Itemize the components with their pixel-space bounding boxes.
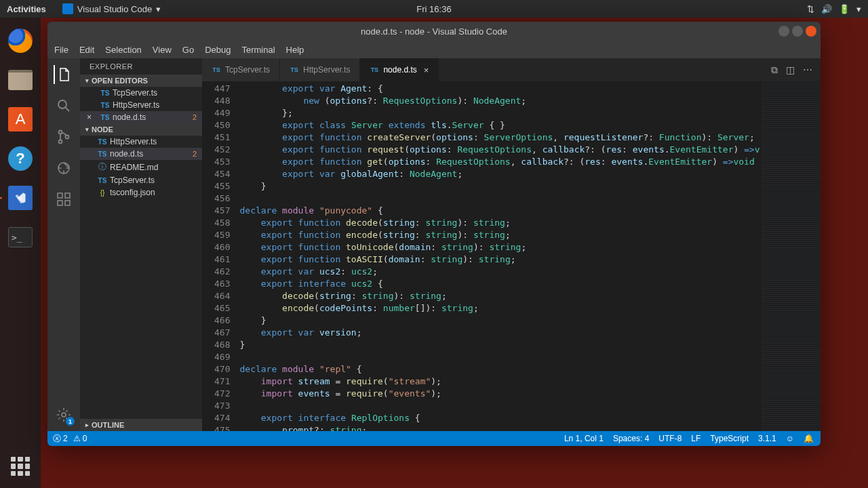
file-name-label: README.md xyxy=(110,163,158,172)
file-ts-icon xyxy=(100,114,110,121)
compare-icon[interactable]: ⧉ xyxy=(771,64,778,76)
editor-tab-actions: ⧉ ◫ ⋯ xyxy=(771,58,821,81)
software-icon: A xyxy=(8,107,33,131)
close-button[interactable] xyxy=(806,26,816,37)
tab-label: HttpServer.ts xyxy=(303,65,350,75)
dock-help[interactable]: ? xyxy=(5,144,35,174)
editor-tab[interactable]: node.d.ts× xyxy=(360,58,439,81)
open-editors-header[interactable]: ▾OPEN EDITORS xyxy=(80,75,202,87)
menu-file[interactable]: File xyxy=(54,45,68,55)
status-left: ⓧ2 ⚠0 xyxy=(47,433,87,445)
battery-icon[interactable]: 🔋 xyxy=(839,4,850,14)
dock-files[interactable] xyxy=(5,65,35,95)
menu-go[interactable]: Go xyxy=(182,45,194,55)
workspace-header[interactable]: ▾NODE xyxy=(80,123,202,136)
warning-icon: ⚠ xyxy=(73,434,81,443)
outline-header[interactable]: ▸OUTLINE xyxy=(80,419,202,431)
status-eol[interactable]: LF xyxy=(691,434,701,443)
window-titlebar[interactable]: node.d.ts - node - Visual Studio Code xyxy=(47,22,821,41)
status-errors[interactable]: ⓧ2 xyxy=(53,433,68,445)
main-area: 1 EXPLORER ▾OPEN EDITORS TcpServer.tsHtt… xyxy=(47,58,821,431)
workspace-file-item[interactable]: HttpServer.ts xyxy=(80,136,202,148)
split-editor-icon[interactable]: ◫ xyxy=(786,64,795,75)
system-tray[interactable]: ⇅ 🔊 🔋 ▾ xyxy=(807,4,861,14)
menu-view[interactable]: View xyxy=(153,45,172,55)
workspace-file-item[interactable]: README.md xyxy=(80,160,202,174)
status-cursor[interactable]: Ln 1, Col 1 xyxy=(564,434,604,443)
clock-label[interactable]: Fri 16:36 xyxy=(416,4,451,14)
open-editor-item[interactable]: ×node.d.ts2 xyxy=(80,111,202,123)
workspace-file-item[interactable]: TcpServer.ts xyxy=(80,174,202,186)
svg-point-2 xyxy=(59,140,62,144)
dock-terminal[interactable]: >_ xyxy=(5,222,35,252)
editor-tab[interactable]: TcpServer.ts xyxy=(202,58,280,81)
file-name-label: HttpServer.ts xyxy=(110,137,157,146)
file-json-icon xyxy=(98,189,107,197)
minimize-button[interactable] xyxy=(778,26,789,37)
tab-label: TcpServer.ts xyxy=(225,65,270,75)
close-icon[interactable]: × xyxy=(87,113,92,122)
help-icon: ? xyxy=(8,146,33,171)
maximize-button[interactable] xyxy=(792,26,803,37)
more-icon[interactable]: ⋯ xyxy=(803,64,812,75)
dock-vscode[interactable] xyxy=(5,183,35,213)
editor-group: TcpServer.tsHttpServer.tsnode.d.ts× ⧉ ◫ … xyxy=(202,58,821,431)
activity-debug[interactable] xyxy=(54,159,73,178)
window-controls xyxy=(778,26,816,37)
status-ts-version[interactable]: 3.1.1 xyxy=(758,434,776,443)
status-warnings[interactable]: ⚠0 xyxy=(73,434,87,443)
tab-close-icon[interactable]: × xyxy=(424,65,429,75)
outline-label: OUTLINE xyxy=(92,421,124,429)
menu-debug[interactable]: Debug xyxy=(205,45,231,55)
vscode-window: node.d.ts - node - Visual Studio Code Fi… xyxy=(47,22,821,446)
open-editors-label: OPEN EDITORS xyxy=(92,77,148,85)
problem-badge: 2 xyxy=(193,150,197,158)
file-name-label: tsconfig.json xyxy=(110,188,155,197)
activity-scm[interactable] xyxy=(54,127,73,146)
status-language[interactable]: TypeScript xyxy=(710,434,749,443)
file-ts-icon xyxy=(98,138,107,146)
window-title: node.d.ts - node - Visual Studio Code xyxy=(361,26,507,37)
chevron-down-icon[interactable]: ▾ xyxy=(856,4,861,14)
open-editor-item[interactable]: HttpServer.ts xyxy=(80,99,202,111)
minimap[interactable] xyxy=(762,81,821,431)
activity-extensions[interactable] xyxy=(54,190,73,209)
status-feedback-icon[interactable]: ☺ xyxy=(786,434,794,443)
status-encoding[interactable]: UTF-8 xyxy=(658,434,682,443)
menubar: FileEditSelectionViewGoDebugTerminalHelp xyxy=(47,41,821,58)
chevron-down-icon: ▾ xyxy=(85,126,89,133)
open-editors-list: TcpServer.tsHttpServer.ts×node.d.ts2 xyxy=(80,87,202,123)
editor-tab[interactable]: HttpServer.ts xyxy=(280,58,360,81)
workspace-file-list: HttpServer.tsnode.d.ts2README.mdTcpServe… xyxy=(80,136,202,199)
svg-rect-8 xyxy=(65,193,70,198)
vscode-icon xyxy=(8,186,33,210)
file-ts-icon xyxy=(98,150,107,158)
workspace-label: NODE xyxy=(92,125,113,134)
network-icon[interactable]: ⇅ xyxy=(807,4,814,14)
status-bell-icon[interactable]: 🔔 xyxy=(804,434,814,443)
dock-firefox[interactable] xyxy=(5,26,35,56)
activity-settings[interactable]: 1 xyxy=(54,405,73,424)
terminal-icon: >_ xyxy=(8,227,33,247)
menu-edit[interactable]: Edit xyxy=(79,45,94,55)
status-right: Ln 1, Col 1 Spaces: 4 UTF-8 LF TypeScrip… xyxy=(564,434,821,443)
error-count: 2 xyxy=(63,434,68,443)
file-name-label: TcpServer.ts xyxy=(113,88,157,98)
workspace-file-item[interactable]: node.d.ts2 xyxy=(80,148,202,160)
text-editor[interactable]: 4474484494504514524534544554564574584594… xyxy=(202,81,821,431)
menu-help[interactable]: Help xyxy=(286,45,304,55)
dock-show-apps[interactable] xyxy=(11,457,30,476)
status-indent[interactable]: Spaces: 4 xyxy=(613,434,649,443)
activity-search[interactable] xyxy=(54,96,73,115)
volume-icon[interactable]: 🔊 xyxy=(821,4,832,14)
dock-software[interactable]: A xyxy=(5,104,35,134)
error-icon: ⓧ xyxy=(53,433,61,445)
app-indicator[interactable]: Visual Studio Code ▾ xyxy=(62,3,161,14)
open-editor-item[interactable]: TcpServer.ts xyxy=(80,87,202,99)
activities-button[interactable]: Activities xyxy=(7,4,46,14)
workspace-file-item[interactable]: tsconfig.json xyxy=(80,186,202,199)
menu-terminal[interactable]: Terminal xyxy=(241,45,275,55)
menu-selection[interactable]: Selection xyxy=(105,45,141,55)
activity-explorer[interactable] xyxy=(54,65,73,84)
code-content[interactable]: export var Agent: { new (options?: Reque… xyxy=(239,81,762,431)
